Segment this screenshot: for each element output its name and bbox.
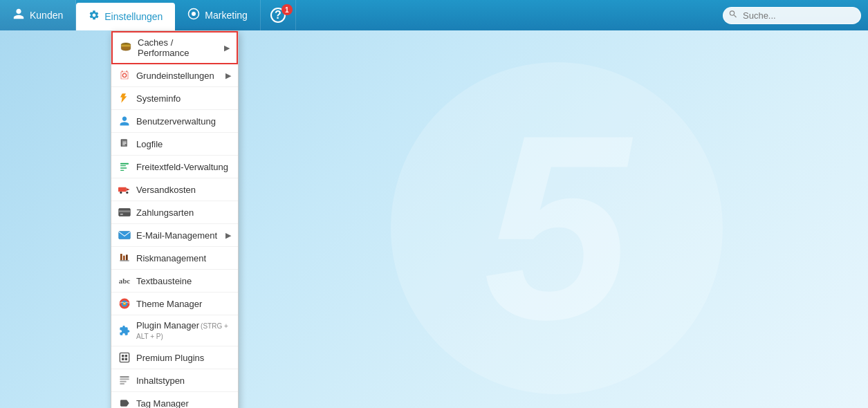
caches-icon: [120, 41, 132, 54]
inhaltstypen-icon: [118, 374, 131, 387]
search-box: [723, 0, 861, 30]
svg-rect-12: [120, 167, 127, 168]
caches-label: Caches / Performance: [138, 37, 219, 58]
einstellungen-dropdown: Caches / Performance ▶ Grundeinstellunge…: [111, 30, 239, 408]
tab-kunden-label: Kunden: [30, 10, 63, 21]
menu-item-caches[interactable]: Caches / Performance ▶: [111, 31, 238, 64]
plugin-icon: [118, 324, 131, 337]
svg-rect-33: [125, 358, 127, 360]
tab-kunden[interactable]: Kunden: [0, 0, 76, 30]
tagmanager-label: Tag Manager: [136, 398, 231, 409]
theme-icon: [118, 297, 131, 310]
svg-rect-24: [126, 254, 128, 260]
svg-point-17: [126, 192, 128, 194]
inhaltstypen-label: Inhaltstypen: [136, 375, 231, 386]
textbausteine-label: Textbausteine: [136, 276, 231, 286]
svg-rect-34: [120, 376, 129, 378]
grundeinstellungen-label: Grundeinstellungen: [136, 71, 220, 81]
menu-item-premium[interactable]: Premium Plugins: [111, 346, 238, 369]
svg-rect-23: [123, 256, 125, 261]
freitextfeld-icon: [118, 160, 131, 173]
svg-rect-31: [125, 355, 127, 357]
tab-marketing[interactable]: Marketing: [175, 0, 260, 30]
email-label: E-Mail-Management: [136, 230, 220, 241]
svg-rect-20: [120, 214, 123, 214]
logfile-label: Logfile: [136, 139, 231, 149]
help-button[interactable]: ? 1: [261, 0, 296, 30]
search-input[interactable]: [723, 7, 861, 24]
svg-rect-6: [122, 139, 127, 147]
plugin-label: Plugin Manager(STRG + ALT + P): [136, 320, 231, 341]
menu-item-freitextfeld[interactable]: Freitextfeld-Verwaltung: [111, 156, 238, 178]
svg-rect-36: [120, 381, 126, 382]
premium-icon: [118, 351, 131, 364]
tab-einstellungen[interactable]: Einstellungen: [76, 3, 175, 30]
menu-item-zahlungsarten[interactable]: Zahlungsarten: [111, 201, 238, 224]
zahlungsarten-icon: [118, 206, 131, 219]
grundeinstellungen-icon: [118, 69, 131, 82]
top-navigation: Kunden Einstellungen Marketing ? 1: [0, 0, 868, 30]
svg-rect-19: [119, 210, 131, 212]
svg-rect-22: [120, 254, 122, 260]
watermark-number: 5: [384, 55, 730, 401]
menu-item-email[interactable]: E-Mail-Management ▶: [111, 224, 238, 247]
menu-item-logfile[interactable]: Logfile: [111, 133, 238, 156]
svg-rect-21: [119, 231, 131, 239]
help-badge: 1: [281, 4, 293, 15]
menu-item-textbausteine[interactable]: abc Textbausteine: [111, 270, 238, 293]
svg-rect-37: [120, 383, 124, 384]
svg-point-3: [192, 12, 196, 16]
menu-item-plugin[interactable]: Plugin Manager(STRG + ALT + P): [111, 315, 238, 346]
zahlungsarten-label: Zahlungsarten: [136, 207, 231, 218]
benutzerverwaltung-icon: [118, 115, 131, 127]
riskmanagement-icon: [118, 252, 131, 264]
search-icon: [728, 10, 738, 21]
textbausteine-icon: abc: [118, 275, 131, 287]
svg-rect-13: [120, 170, 124, 171]
freitextfeld-label: Freitextfeld-Verwaltung: [136, 162, 231, 172]
premium-label: Premium Plugins: [136, 353, 231, 363]
marketing-icon: [187, 8, 200, 23]
grundeinstellungen-arrow: ▶: [225, 71, 231, 80]
email-arrow: ▶: [225, 231, 231, 240]
svg-rect-29: [120, 353, 129, 362]
tab-marketing-label: Marketing: [205, 10, 247, 21]
theme-label: Theme Manager: [136, 299, 231, 309]
menu-item-grundeinstellungen[interactable]: Grundeinstellungen ▶: [111, 64, 238, 87]
kunden-icon: [12, 8, 25, 23]
menu-item-versandkosten[interactable]: Versandkosten: [111, 178, 238, 201]
svg-rect-30: [122, 355, 124, 357]
menu-item-inhaltstypen[interactable]: Inhaltstypen: [111, 369, 238, 392]
svg-text:5: 5: [483, 80, 636, 374]
menu-item-systeminfo[interactable]: Systeminfo: [111, 87, 238, 110]
menu-item-benutzerverwaltung[interactable]: Benutzerverwaltung: [111, 110, 238, 133]
menu-item-riskmanagement[interactable]: Riskmanagement: [111, 247, 238, 270]
logfile-icon: [118, 138, 131, 150]
svg-rect-10: [120, 163, 129, 165]
caches-arrow: ▶: [224, 44, 230, 53]
svg-point-16: [120, 192, 122, 194]
menu-item-tagmanager[interactable]: Tag Manager: [111, 392, 238, 408]
versandkosten-label: Versandkosten: [136, 185, 231, 195]
systeminfo-label: Systeminfo: [136, 93, 231, 104]
einstellungen-icon: [89, 10, 100, 24]
tab-einstellungen-label: Einstellungen: [104, 11, 163, 22]
svg-point-0: [391, 62, 723, 394]
menu-item-theme[interactable]: Theme Manager: [111, 293, 238, 315]
tagmanager-icon: [118, 397, 131, 408]
svg-marker-15: [127, 188, 130, 191]
riskmanagement-label: Riskmanagement: [136, 253, 231, 263]
versandkosten-icon: [118, 183, 131, 196]
benutzerverwaltung-label: Benutzerverwaltung: [136, 116, 231, 127]
svg-rect-11: [120, 165, 126, 166]
svg-rect-32: [122, 358, 124, 360]
systeminfo-icon: [118, 92, 131, 104]
svg-rect-14: [118, 187, 127, 192]
email-icon: [118, 229, 131, 241]
svg-rect-35: [120, 378, 129, 380]
